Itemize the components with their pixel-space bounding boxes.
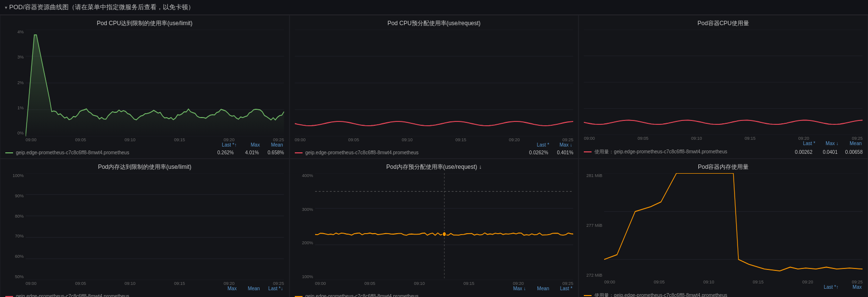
y-label: 1% [5, 105, 24, 110]
x-label: 09:20 [224, 137, 235, 142]
x-label: 09:10 [691, 136, 702, 141]
x-label: 09:15 [745, 136, 756, 141]
x-label: 09:05 [75, 137, 86, 142]
stat-value: 4.01% [240, 150, 259, 155]
y-axis-mem-use-request: 400%300%200%100% [295, 173, 315, 286]
x-label: 09:20 [509, 137, 520, 142]
y-label: 200% [295, 240, 313, 245]
legend-row: 使用量：geip.edge-prometheus-c7c8c6ff8-8mwt4… [584, 147, 863, 155]
x-label: 09:20 [513, 281, 524, 286]
x-label: 09:05 [654, 280, 665, 284]
series-label: 使用量：geip.edge-prometheus-c7c8c6ff8-8mwt4… [594, 148, 790, 155]
legend-row: geip.edge-prometheus-c7c8c6ff8-8mwt4.pro… [5, 148, 284, 155]
chart-canvas-cpu-usage [584, 30, 863, 135]
dashboard-grid: Pod CPU达到限制的使用率(use/limit)4%3%2%1%0% 09:… [0, 15, 868, 297]
x-label: 09:15 [174, 281, 185, 286]
legend-row: 使用量：geip.edge-prometheus-c7c8c6ff8-8mwt4… [584, 291, 863, 297]
y-label: 272 MiB [584, 273, 602, 278]
legend-header-item: Max ↓ [507, 286, 526, 291]
legend-header-item: Mean [531, 286, 549, 291]
series-color [295, 152, 303, 153]
chart-wrapper-mem-usage: 281 MiB277 MiB272 MiB 09:0009:0509:1009:… [584, 173, 863, 284]
y-label: 281 MiB [584, 173, 602, 178]
x-label: 09:15 [753, 280, 764, 284]
y-label: 3% [5, 55, 24, 59]
y-axis-mem-usage: 281 MiB277 MiB272 MiB [584, 173, 604, 284]
y-label: 277 MiB [584, 223, 602, 228]
legend-header-cpu-use-limit: Last *↑MaxMean [5, 142, 284, 148]
svg-point-27 [442, 232, 446, 237]
series-label: geip.edge-prometheus-c7c8c6ff8-8mwt4.pro… [16, 150, 212, 155]
panel-title-cpu-use-request: Pod CPU预分配使用率(use/request) [295, 19, 574, 28]
x-axis-mem-usage: 09:0009:0509:1009:1509:2009:25 [604, 279, 863, 284]
panel-cpu-use-limit: Pod CPU达到限制的使用率(use/limit)4%3%2%1%0% 09:… [0, 15, 289, 159]
chart-inner-cpu-use-request: 09:0009:0509:1009:1509:2009:25 [295, 30, 574, 142]
stat-value: 0.262% [215, 150, 234, 155]
y-axis-mem-use-limit: 100%90%80%70%60%50% [5, 173, 26, 286]
x-label: 09:25 [852, 280, 863, 284]
legend-header-cpu-use-request: Last *Max ↓ [295, 142, 574, 148]
x-label: 09:10 [125, 281, 136, 286]
legend-header-item: Max ↓ [820, 141, 839, 146]
y-axis-cpu-use-limit: 4%3%2%1%0% [5, 30, 26, 142]
x-label: 09:15 [174, 137, 185, 142]
y-label: 2% [5, 80, 24, 85]
panel-title-mem-use-limit: Pod内存达到限制的使用率(use/limit) [5, 163, 284, 171]
chart-inner-mem-use-request: 09:0009:0509:1009:1509:2009:25 [315, 173, 574, 286]
series-label: geip.edge-prometheus-c7c8c6ff8-8mwt4.pro… [305, 150, 526, 155]
legend-row: geip.edge-prometheus-c7c8c6ff8-8mwt4.pro… [5, 292, 284, 297]
x-label: 09:20 [798, 136, 810, 141]
x-label: 09:10 [414, 281, 425, 286]
chart-canvas-mem-usage [604, 173, 863, 279]
legend-header-cpu-usage: Last *Max ↓Mean [584, 141, 863, 146]
stat-value: 0.658% [265, 150, 284, 155]
x-label: 09:10 [402, 137, 413, 142]
stat-value: 0.0401 [818, 149, 838, 155]
legend-header-item: Max [242, 142, 260, 148]
series-color [5, 152, 13, 153]
legend-header-item: Last *↑ [820, 284, 839, 290]
collapse-icon[interactable]: ▾ [5, 5, 7, 10]
x-label: 09:15 [463, 281, 475, 286]
x-label: 09:10 [125, 137, 136, 142]
panel-mem-use-request: Pod内存预分配使用率(use/request) ↓400%300%200%10… [289, 159, 579, 297]
legend-header-item: Last * [797, 141, 815, 146]
x-axis-cpu-usage: 09:0009:0509:1009:1509:2009:25 [584, 135, 863, 141]
y-label: 90% [5, 193, 24, 198]
series-stats: 0.0262%0.401% [529, 150, 573, 155]
x-axis-mem-use-request: 09:0009:0509:1009:1509:2009:25 [315, 280, 574, 286]
legend-header-mem-use-request: Max ↓MeanLast * [295, 286, 574, 291]
x-label: 09:00 [26, 281, 37, 286]
chart-inner-cpu-usage: 09:0009:0509:1009:1509:2009:25 [584, 30, 863, 141]
stat-value: 0.0262% [529, 150, 548, 155]
panel-cpu-use-request: Pod CPU预分配使用率(use/request) 09:0009:0509:… [289, 15, 579, 159]
x-label: 09:25 [563, 281, 574, 286]
chart-wrapper-cpu-usage: 09:0009:0509:1009:1509:2009:25 [584, 30, 863, 141]
series-color [584, 151, 592, 152]
legend-header-item: Mean [843, 141, 862, 146]
legend-header-mem-usage: Last *↑Max [584, 284, 863, 290]
legend-row: geip.edge-prometheus-c7c8c6ff8-8mwt4.pro… [295, 148, 574, 155]
x-label: 09:05 [75, 281, 86, 286]
series-label: 使用量：geip.edge-prometheus-c7c8c6ff8-8mwt4… [594, 292, 815, 297]
panel-title-cpu-usage: Pod容器CPU使用量 [584, 19, 863, 28]
chart-inner-mem-use-limit: 09:0009:0509:1009:1509:2009:25 [26, 173, 284, 286]
legend-header-item: Max [843, 284, 862, 290]
x-label: 09:25 [563, 137, 574, 142]
legend-header-item: Last * [531, 142, 549, 148]
legend-header-item: Max ↓ [554, 142, 572, 148]
page-header: ▾ POD/容器资源曲线图（请在菜单中指定微服务后查看，以免卡顿） [0, 0, 868, 15]
legend-header-item: Mean [242, 286, 260, 291]
x-axis-cpu-use-request: 09:0009:0509:1009:1509:2009:25 [295, 136, 574, 142]
panel-cpu-usage: Pod容器CPU使用量 09:0009:0509:1009:1509:2009:… [579, 15, 868, 159]
chart-canvas-cpu-use-limit [26, 30, 284, 136]
x-label: 09:20 [802, 280, 813, 284]
series-stats: 0.002620.04010.00658 [793, 149, 863, 155]
panel-title-cpu-use-limit: Pod CPU达到限制的使用率(use/limit) [5, 19, 284, 28]
series-label: geip.edge-prometheus-c7c8c6ff8-8mwt4.pro… [16, 294, 212, 297]
panel-title-mem-usage: Pod容器内存使用量 [584, 163, 863, 171]
legend-row: geip.edge-prometheus-c7c8c6ff8-8mwt4.pro… [295, 292, 574, 297]
series-color [5, 296, 13, 297]
y-label: 100% [5, 173, 24, 178]
x-label: 09:20 [224, 281, 235, 286]
